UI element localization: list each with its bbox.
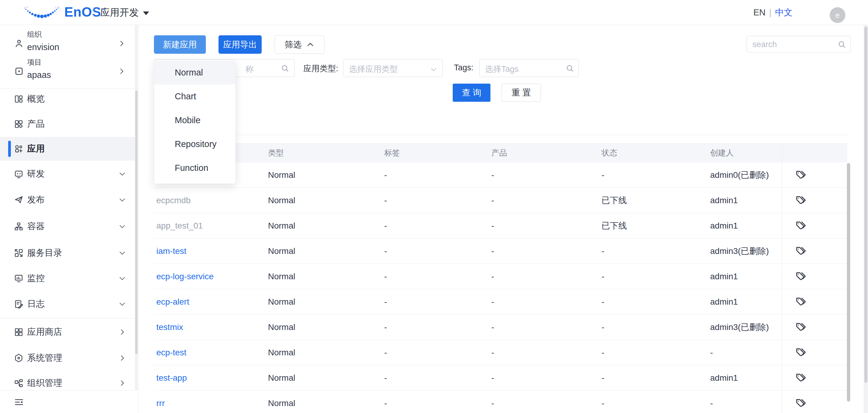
sidebar-item-label: 容器 — [27, 220, 45, 233]
cell-type: Normal — [266, 391, 382, 413]
sidebar-item-label: 组织管理 — [27, 377, 62, 389]
cell-name[interactable]: rrr — [154, 391, 266, 413]
tags-search-input[interactable]: 选择Tags — [479, 59, 579, 77]
cell-status: - — [599, 163, 708, 187]
top-bar: EnOS™ 应用开发 EN | 中文 e — [0, 0, 868, 25]
sidebar-collapse-bar[interactable] — [0, 390, 135, 413]
context-subtitle: envision — [27, 42, 59, 52]
sidebar-item-overview[interactable]: 概览 — [0, 87, 135, 111]
header-divider — [94, 7, 94, 19]
cell-name[interactable]: ecp-log-service — [154, 264, 266, 289]
lang-zh[interactable]: 中文 — [775, 7, 793, 19]
language-switch[interactable]: EN | 中文 — [753, 0, 793, 25]
cell-tags: - — [382, 238, 489, 264]
chevron-right-icon — [118, 67, 126, 75]
tags-action-icon[interactable] — [795, 372, 807, 384]
chevron-right-icon — [118, 354, 126, 362]
table-header-row: 类型 标签 产品 状态 创建人 — [154, 143, 847, 163]
chevron-up-icon — [306, 40, 314, 49]
context-text: 项目 apaas — [27, 57, 51, 80]
export-app-button[interactable]: 应用导出 — [218, 35, 262, 54]
dropdown-item-chart[interactable]: Chart — [154, 85, 236, 108]
column-header-tags: 标签 — [382, 143, 489, 163]
dropdown-item-mobile[interactable]: Mobile — [154, 108, 236, 132]
chevron-down-icon — [118, 196, 126, 204]
dropdown-item-function[interactable]: Function — [154, 156, 236, 180]
sidebar-item-project[interactable]: 项目 apaas — [0, 57, 135, 85]
cell-creator: admin1 — [708, 188, 782, 213]
tags-action-icon[interactable] — [795, 169, 807, 181]
cell-product: - — [489, 188, 599, 213]
cell-creator: admin0(已删除) — [708, 163, 782, 187]
chevron-right-icon — [118, 39, 126, 48]
cell-creator: admin1 — [708, 213, 782, 238]
cell-name[interactable]: ecp-alert — [154, 289, 266, 314]
sidebar-item-container[interactable]: 容器 — [0, 215, 135, 238]
cell-name[interactable]: testmix — [154, 315, 266, 340]
cell-status: - — [599, 365, 708, 390]
cell-tags: - — [382, 391, 489, 413]
cell-product: - — [489, 365, 599, 390]
table-row: ecp-testNormal---- — [154, 340, 847, 365]
cell-tags: - — [382, 213, 489, 238]
sidebar-item-log[interactable]: 日志 — [0, 292, 135, 316]
global-search-input[interactable]: search — [747, 36, 851, 53]
sidebar-item-release[interactable]: 发布 — [0, 188, 135, 212]
user-avatar[interactable]: e — [830, 7, 845, 23]
dropdown-item-repository[interactable]: Repository — [154, 132, 236, 156]
cell-creator: - — [708, 391, 782, 413]
org-management-icon — [13, 378, 24, 388]
sidebar-item-organization[interactable]: 组织 envision — [0, 30, 135, 57]
table-row: app_test_01Normal--已下线admin1 — [154, 213, 847, 238]
sidebar-item-app-store[interactable]: 应用商店 — [0, 320, 135, 344]
tags-action-icon[interactable] — [795, 397, 807, 409]
monitor-icon — [13, 273, 24, 284]
tags-action-icon[interactable] — [795, 296, 807, 308]
cell-tags: - — [382, 365, 489, 390]
query-button[interactable]: 查 询 — [453, 84, 490, 102]
cell-type: Normal — [266, 264, 382, 289]
cell-tags: - — [382, 163, 489, 187]
cell-type: Normal — [266, 365, 382, 390]
cell-status: - — [599, 315, 708, 340]
search-placeholder: search — [752, 40, 777, 49]
table-row: rrrNormal---- — [154, 391, 847, 413]
cell-creator: admin1 — [708, 365, 782, 390]
sidebar-item-system-management[interactable]: 系统管理 — [0, 346, 135, 370]
sidebar-item-monitor[interactable]: 监控 — [0, 267, 135, 290]
sidebar-item-develop[interactable]: 研发 — [0, 162, 135, 186]
tags-action-icon[interactable] — [795, 195, 807, 206]
cell-status: 已下线 — [599, 188, 708, 213]
new-app-button[interactable]: 新建应用 — [154, 35, 206, 54]
page-scrollbar-thumb[interactable] — [864, 27, 867, 383]
table-scrollbar-thumb[interactable] — [847, 163, 850, 402]
app-type-select[interactable]: 选择应用类型 — [343, 59, 443, 77]
chevron-right-icon — [118, 379, 126, 387]
cell-name[interactable]: ecp-test — [154, 340, 266, 365]
collapse-sidebar-icon[interactable] — [13, 397, 25, 408]
sidebar-item-label: 应用 — [27, 143, 45, 155]
reset-button[interactable]: 重 置 — [502, 84, 541, 102]
tags-action-icon[interactable] — [795, 270, 807, 283]
sidebar-item-label: 概览 — [27, 93, 45, 105]
lang-en[interactable]: EN — [753, 7, 765, 18]
cell-name[interactable]: test-app — [154, 365, 266, 390]
sidebar-item-application[interactable]: 应用 — [0, 137, 135, 160]
context-subtitle: apaas — [27, 70, 51, 80]
cell-name[interactable]: iam-test — [154, 238, 266, 264]
app-title-dropdown[interactable]: 应用开发 — [100, 0, 149, 25]
chevron-down-icon — [430, 65, 438, 73]
cell-actions — [782, 340, 847, 365]
cell-product: - — [489, 238, 599, 264]
organization-icon — [13, 38, 25, 49]
sidebar-item-label: 系统管理 — [27, 352, 62, 364]
dropdown-item-normal[interactable]: Normal — [154, 61, 236, 85]
filter-toggle-button[interactable]: 筛选 — [275, 35, 324, 54]
tags-action-icon[interactable] — [795, 245, 807, 257]
tags-action-icon[interactable] — [795, 220, 807, 232]
sidebar-item-product[interactable]: 产品 — [0, 112, 135, 136]
sidebar-scrollbar-thumb[interactable] — [135, 91, 137, 354]
sidebar-item-service-catalog[interactable]: 服务目录 — [0, 241, 135, 265]
tags-action-icon[interactable] — [795, 347, 807, 359]
tags-action-icon[interactable] — [795, 321, 807, 333]
